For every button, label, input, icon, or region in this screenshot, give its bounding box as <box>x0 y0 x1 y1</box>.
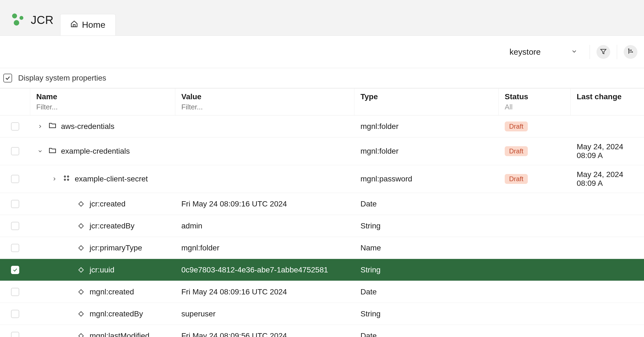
row-name-label: jcr:createdBy <box>90 222 134 230</box>
row-last-change-label: May 24, 2024 08:09 A <box>577 170 638 188</box>
row-type-label: Name <box>360 244 381 252</box>
col-header-value[interactable]: Value <box>175 89 354 115</box>
workspace-selected-label: keystore <box>510 47 541 57</box>
row-status-cell: Draft <box>499 117 571 136</box>
svg-point-2 <box>14 20 19 26</box>
table-row[interactable]: example-client-secretmgnl:passwordDraftM… <box>0 165 644 193</box>
row-checkbox[interactable] <box>11 244 19 252</box>
row-type-label: String <box>360 310 381 318</box>
row-value-cell: Fri May 24 08:09:56 UTC 2024 <box>175 327 354 337</box>
row-checkbox[interactable] <box>11 310 19 318</box>
row-value-label: 0c9e7803-4812-4e36-abe7-1abbe4752581 <box>181 266 328 274</box>
row-value-label: admin <box>181 222 202 230</box>
svg-point-0 <box>12 13 17 18</box>
row-status-cell: Draft <box>499 169 571 189</box>
status-badge: Draft <box>505 174 528 184</box>
col-header-last-change[interactable]: Last change <box>571 89 644 115</box>
table-row[interactable]: mgnl:createdBysuperuserString <box>0 303 644 325</box>
chevron-right-icon[interactable] <box>51 176 58 182</box>
row-last-change-cell <box>571 265 644 275</box>
table-row[interactable]: mgnl:createdFri May 24 08:09:16 UTC 2024… <box>0 281 644 303</box>
row-checkbox[interactable] <box>11 266 19 274</box>
row-checkbox[interactable] <box>11 147 19 155</box>
row-type-cell: Date <box>354 327 499 337</box>
property-icon <box>78 289 84 295</box>
row-value-label: mgnl:folder <box>181 244 220 252</box>
row-checkbox[interactable] <box>11 200 19 208</box>
value-filter-input[interactable] <box>181 103 348 111</box>
table-row[interactable]: jcr:primaryTypemgnl:folderName <box>0 237 644 259</box>
table-row[interactable]: jcr:createdByadminString <box>0 215 644 237</box>
table-row[interactable]: example-credentialsmgnl:folderDraftMay 2… <box>0 137 644 165</box>
row-checkbox[interactable] <box>11 222 19 230</box>
row-type-label: String <box>360 266 381 274</box>
system-properties-toggle-row: Display system properties <box>0 68 644 88</box>
table-row[interactable]: jcr:uuid0c9e7803-4812-4e36-abe7-1abbe475… <box>0 259 644 281</box>
row-value-cell: admin <box>175 217 354 235</box>
row-last-change-cell: May 24, 2024 08:09 A <box>571 165 644 193</box>
row-last-change-cell <box>571 287 644 297</box>
row-last-change-label: May 24, 2024 08:09 A <box>577 142 638 160</box>
chevron-down-icon[interactable] <box>36 148 44 154</box>
col-header-name-label: Name <box>36 92 169 101</box>
row-status-cell <box>499 199 571 209</box>
row-type-cell: mgnl:password <box>354 170 499 188</box>
workspace-select[interactable]: keystore <box>504 45 583 59</box>
svg-point-1 <box>20 16 23 20</box>
col-header-type[interactable]: Type <box>354 89 499 115</box>
row-name-label: example-credentials <box>61 147 130 156</box>
row-type-cell: mgnl:folder <box>354 117 499 136</box>
row-name-cell: aws-credentials <box>30 116 175 136</box>
filter-button[interactable] <box>596 45 610 59</box>
filter-icon <box>600 48 607 56</box>
row-value-label: Fri May 24 08:09:56 UTC 2024 <box>181 332 287 337</box>
system-properties-checkbox[interactable] <box>3 74 12 82</box>
property-icon <box>78 267 84 273</box>
svg-point-9 <box>67 179 69 181</box>
row-name-label: mgnl:createdBy <box>90 310 143 318</box>
row-value-cell: superuser <box>175 305 354 323</box>
row-checkbox[interactable] <box>11 288 19 296</box>
folder-icon <box>48 121 57 131</box>
property-icon <box>78 201 84 207</box>
row-checkbox-cell <box>0 170 30 188</box>
row-name-cell: example-client-secret <box>30 169 175 189</box>
grid-header: Name Value Type Status All Last change <box>0 88 644 115</box>
row-value-cell: mgnl:folder <box>175 239 354 257</box>
system-properties-label: Display system properties <box>18 74 106 82</box>
app-header: JCR Home <box>0 0 644 36</box>
row-checkbox[interactable] <box>11 122 19 131</box>
status-filter-value[interactable]: All <box>505 103 564 111</box>
row-checkbox[interactable] <box>11 332 19 337</box>
row-checkbox-cell <box>0 327 30 337</box>
col-header-status[interactable]: Status All <box>499 89 571 115</box>
table-row[interactable]: jcr:createdFri May 24 08:09:16 UTC 2024D… <box>0 193 644 215</box>
row-value-label: Fri May 24 08:09:16 UTC 2024 <box>181 200 287 208</box>
row-checkbox-cell <box>0 217 30 235</box>
app-title: JCR <box>31 13 54 27</box>
row-last-change-cell <box>571 221 644 231</box>
property-icon <box>78 311 84 317</box>
table-row[interactable]: mgnl:lastModifiedFri May 24 08:09:56 UTC… <box>0 325 644 337</box>
tree-view-button[interactable] <box>624 45 637 59</box>
tab-home[interactable]: Home <box>60 14 115 35</box>
row-last-change-cell: May 24, 2024 08:09 A <box>571 137 644 165</box>
row-value-cell: 0c9e7803-4812-4e36-abe7-1abbe4752581 <box>175 261 354 279</box>
data-grid: Name Value Type Status All Last change a… <box>0 88 644 337</box>
row-last-change-cell <box>571 309 644 319</box>
row-status-cell <box>499 309 571 319</box>
row-status-cell <box>499 265 571 275</box>
col-header-name[interactable]: Name <box>30 89 175 115</box>
chevron-right-icon[interactable] <box>36 124 44 129</box>
table-row[interactable]: aws-credentialsmgnl:folderDraft <box>0 115 644 137</box>
row-type-label: String <box>360 222 381 230</box>
row-last-change-cell <box>571 331 644 337</box>
row-name-label: jcr:uuid <box>90 266 114 274</box>
row-type-cell: mgnl:folder <box>354 142 499 161</box>
row-value-cell <box>175 174 354 184</box>
svg-point-8 <box>64 175 66 177</box>
row-name-cell: jcr:created <box>30 195 175 213</box>
name-filter-input[interactable] <box>36 103 169 111</box>
row-checkbox[interactable] <box>11 175 19 183</box>
row-checkbox-cell <box>0 305 30 323</box>
